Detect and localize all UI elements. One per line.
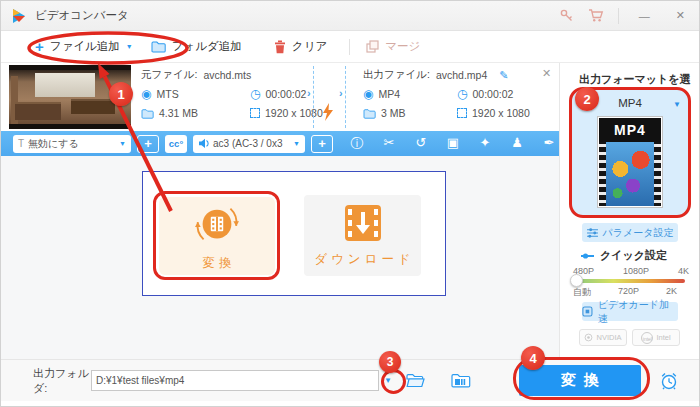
filmstrip-edge xyxy=(599,142,606,206)
output-file-info: 出力ファイル: avchd.mp4 ✎ ◉ MP4 ◷ 00:00:02 3 M… xyxy=(363,68,545,120)
output-folder-dropdown-caret[interactable]: ▼ xyxy=(384,376,392,385)
convert-mode-card[interactable]: 変換 xyxy=(159,197,275,275)
format-icon: ◉ xyxy=(363,88,373,100)
locate-file-button[interactable] xyxy=(451,373,471,388)
app-logo-icon xyxy=(11,8,27,24)
format-thumbnail-art xyxy=(599,142,661,206)
info-icon[interactable]: ⓘ xyxy=(349,135,365,153)
toolbar-separator xyxy=(349,39,350,55)
add-folder-button[interactable]: フォルダ追加 xyxy=(151,39,242,54)
gpu-acceleration-label: ビデオカード加速 xyxy=(598,298,678,326)
trash-icon xyxy=(274,40,286,54)
output-size: 3 MB xyxy=(381,107,406,119)
clear-label: クリア xyxy=(292,39,327,54)
rotate-icon[interactable]: ↺ xyxy=(413,135,429,153)
main-toolbar: + ファイル追加 ▼ フォルダ追加 クリア マージ xyxy=(1,31,700,63)
minimize-button[interactable]: — xyxy=(633,10,656,22)
clear-button[interactable]: クリア xyxy=(274,39,327,54)
thumbnail-art xyxy=(9,70,131,124)
slider-label-auto: 自動 xyxy=(573,286,591,299)
folder-add-icon xyxy=(151,40,166,53)
chevron-down-icon: ▼ xyxy=(289,140,300,147)
output-name-row: 出力ファイル: avchd.mp4 ✎ xyxy=(363,68,545,82)
closed-caption-button[interactable]: cc° xyxy=(165,135,187,153)
store-button[interactable] xyxy=(588,8,604,23)
source-file-name: avchd.mts xyxy=(203,69,251,81)
rename-pencil-icon[interactable]: ✎ xyxy=(499,69,508,82)
clock-icon: ◷ xyxy=(457,88,467,100)
quick-settings-label: クイック設定 xyxy=(600,248,667,263)
crop-icon[interactable]: ▣ xyxy=(445,135,461,153)
format-icon: ◉ xyxy=(141,88,151,100)
track-toolbar: T 無効にする ▼ + cc° ac3 (AC-3 / 0x3 ▼ + ⓘ ✂ … xyxy=(1,131,559,156)
add-audio-button[interactable]: + xyxy=(311,135,333,153)
edit-icon[interactable]: ✒ xyxy=(541,135,557,153)
clock-icon: ◷ xyxy=(250,88,260,100)
resolution-icon xyxy=(250,108,260,118)
resolution-slider-track[interactable] xyxy=(575,279,685,283)
output-meta-row-1: ◉ MP4 ◷ 00:00:02 xyxy=(363,87,545,101)
slider-label-4k: 4K xyxy=(678,266,689,276)
convert-button[interactable]: 変換 xyxy=(519,365,641,396)
thumbnail-detail xyxy=(606,142,654,206)
parameter-settings-label: パラメータ設定 xyxy=(603,226,674,240)
source-meta-row-1: ◉ MTS ◷ 00:00:02 xyxy=(141,87,353,101)
add-file-button[interactable]: + ファイル追加 xyxy=(35,39,120,54)
add-folder-label: フォルダ追加 xyxy=(172,39,242,54)
speaker-icon xyxy=(198,138,210,149)
add-file-label: ファイル追加 xyxy=(50,39,120,54)
nvidia-icon xyxy=(584,333,593,342)
convert-card-label: 変換 xyxy=(199,255,236,272)
folder-video-icon xyxy=(451,373,471,388)
chevron-right-icon: › xyxy=(307,87,311,99)
watermark-icon[interactable]: ♟ xyxy=(509,135,525,153)
folder-icon xyxy=(363,108,376,119)
gpu-acceleration-button[interactable]: ビデオカード加速 xyxy=(582,302,678,321)
alarm-clock-icon xyxy=(659,371,679,391)
quick-settings-header: クイック設定 xyxy=(581,248,667,263)
open-folder-icon xyxy=(406,373,425,388)
parameter-settings-button[interactable]: パラメータ設定 xyxy=(582,223,678,242)
download-mode-card[interactable]: ダウンロード xyxy=(304,195,421,276)
open-folder-button[interactable] xyxy=(406,373,425,388)
plus-icon: + xyxy=(35,39,44,54)
resolution-icon xyxy=(457,108,467,118)
folder-icon xyxy=(141,108,154,119)
add-subtitle-button[interactable]: + xyxy=(137,135,159,153)
output-format: MP4 xyxy=(378,88,400,100)
intel-label: Intel xyxy=(656,333,670,342)
lightning-icon xyxy=(321,103,335,121)
cart-icon xyxy=(588,8,604,23)
effects-icon[interactable]: ✦ xyxy=(477,135,493,153)
titlebar: ビデオコンバータ — ✕ xyxy=(1,1,700,31)
transfer-divider xyxy=(313,66,314,128)
close-button[interactable]: ✕ xyxy=(670,9,691,22)
source-resolution: 1920 x 1080 xyxy=(265,107,323,119)
remove-file-button[interactable]: ✕ xyxy=(542,67,551,80)
nvidia-button[interactable]: NVIDIA xyxy=(579,329,627,346)
key-icon xyxy=(559,8,574,23)
subtitle-track-select[interactable]: T 無効にする ▼ xyxy=(13,135,131,153)
format-select[interactable]: MP4 ▼ xyxy=(570,94,690,112)
window-title: ビデオコンバータ xyxy=(35,8,129,23)
chevron-down-icon: ▼ xyxy=(115,140,126,147)
license-key-button[interactable] xyxy=(559,8,574,23)
add-file-dropdown-caret[interactable]: ▼ xyxy=(126,43,133,50)
output-folder-input[interactable] xyxy=(91,370,379,391)
merge-icon xyxy=(366,40,379,53)
thumbnail-detail xyxy=(15,102,61,120)
schedule-button[interactable] xyxy=(659,371,679,391)
chevron-right-icon: › xyxy=(339,87,343,99)
nvidia-label: NVIDIA xyxy=(596,333,621,342)
subtitle-icon: T xyxy=(18,138,24,149)
merge-button[interactable]: マージ xyxy=(366,39,420,54)
video-thumbnail[interactable] xyxy=(9,65,131,129)
audio-track-select[interactable]: ac3 (AC-3 / 0x3 ▼ xyxy=(193,135,305,153)
format-tile[interactable]: MP4 ▼ MP4 xyxy=(570,90,690,216)
source-size: 4.31 MB xyxy=(159,107,198,119)
source-name-row: 元ファイル: avchd.mts xyxy=(141,68,353,82)
output-file-name: avchd.mp4 xyxy=(436,69,487,81)
cut-icon[interactable]: ✂ xyxy=(381,135,397,153)
bottom-bar: 出力フォルダ: ▼ 変換 xyxy=(1,359,700,401)
intel-button[interactable]: intel Intel xyxy=(632,329,680,346)
